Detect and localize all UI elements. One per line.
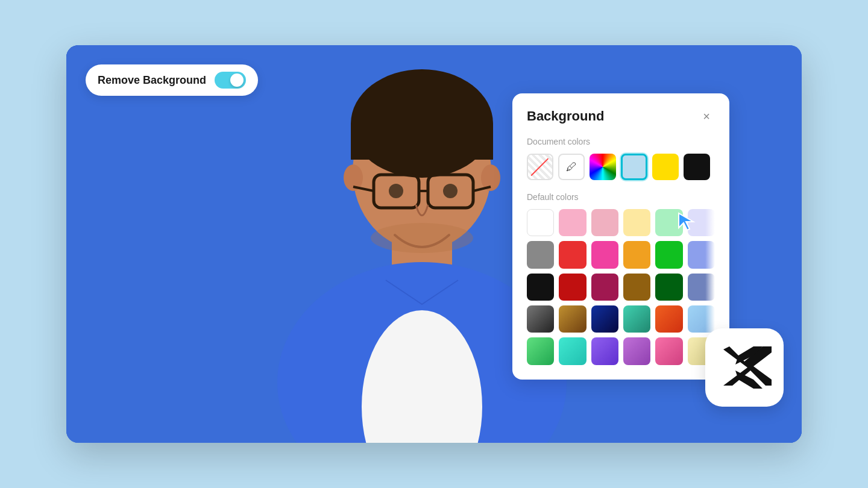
panel-title: Background: [527, 108, 604, 124]
color-grad-gold[interactable]: [559, 305, 586, 333]
color-grad-purple[interactable]: [591, 337, 618, 364]
color-green[interactable]: [655, 241, 682, 268]
document-colors-row: 🖊: [527, 154, 715, 180]
color-grad-orange[interactable]: [655, 305, 682, 333]
color-grad-sky[interactable]: [688, 305, 715, 333]
svg-point-15: [443, 184, 458, 198]
main-card: Remove Background Background × Document …: [66, 45, 802, 443]
remove-bg-switch[interactable]: [215, 72, 246, 89]
gradient-picker-button[interactable]: [590, 154, 616, 180]
color-light-pink[interactable]: [559, 209, 586, 236]
cursor-arrow-icon: [676, 211, 698, 233]
cursor-indicator: [676, 211, 698, 235]
svg-point-16: [371, 223, 473, 253]
color-light-yellow[interactable]: [623, 209, 650, 236]
svg-marker-17: [679, 213, 693, 230]
capcut-logo: [717, 343, 772, 392]
color-maroon[interactable]: [591, 274, 618, 301]
color-grad-violet[interactable]: [623, 337, 650, 364]
background-panel: Background × Document colors 🖊: [512, 93, 729, 380]
color-pink[interactable]: [591, 209, 618, 236]
color-grad-pink[interactable]: [655, 337, 682, 364]
color-hot-pink[interactable]: [591, 241, 618, 268]
color-grad-dark-blue[interactable]: [591, 305, 618, 333]
panel-header: Background ×: [527, 108, 715, 125]
capcut-badge: [705, 328, 784, 407]
remove-bg-toggle-container: Remove Background: [86, 64, 258, 96]
color-blue[interactable]: [688, 241, 715, 268]
transparent-color-button[interactable]: [527, 154, 553, 180]
svg-rect-8: [351, 124, 493, 160]
black-swatch[interactable]: [684, 154, 710, 180]
close-button[interactable]: ×: [698, 108, 715, 125]
eyedropper-button[interactable]: 🖊: [558, 154, 585, 180]
svg-point-14: [389, 184, 403, 198]
color-orange[interactable]: [623, 241, 650, 268]
color-grad-green[interactable]: [527, 337, 554, 364]
color-dark-green[interactable]: [655, 274, 682, 301]
color-white[interactable]: [527, 209, 554, 236]
transparent-icon: [528, 155, 552, 179]
color-grad-cyan[interactable]: [559, 337, 586, 364]
color-grad-teal[interactable]: [623, 305, 650, 333]
color-gray[interactable]: [527, 241, 554, 268]
eyedropper-icon: 🖊: [566, 161, 577, 174]
document-colors-label: Document colors: [527, 137, 715, 146]
remove-bg-label: Remove Background: [98, 74, 206, 87]
color-navy[interactable]: [688, 274, 715, 301]
toggle-thumb: [230, 74, 244, 87]
color-dark-gold[interactable]: [623, 274, 650, 301]
color-black[interactable]: [527, 274, 554, 301]
default-colors-label: Default colors: [527, 192, 715, 202]
light-blue-swatch[interactable]: [621, 154, 647, 180]
color-red[interactable]: [559, 241, 586, 268]
yellow-swatch[interactable]: [652, 154, 679, 180]
color-dark-red[interactable]: [559, 274, 586, 301]
color-grad-dark-gray[interactable]: [527, 305, 554, 333]
